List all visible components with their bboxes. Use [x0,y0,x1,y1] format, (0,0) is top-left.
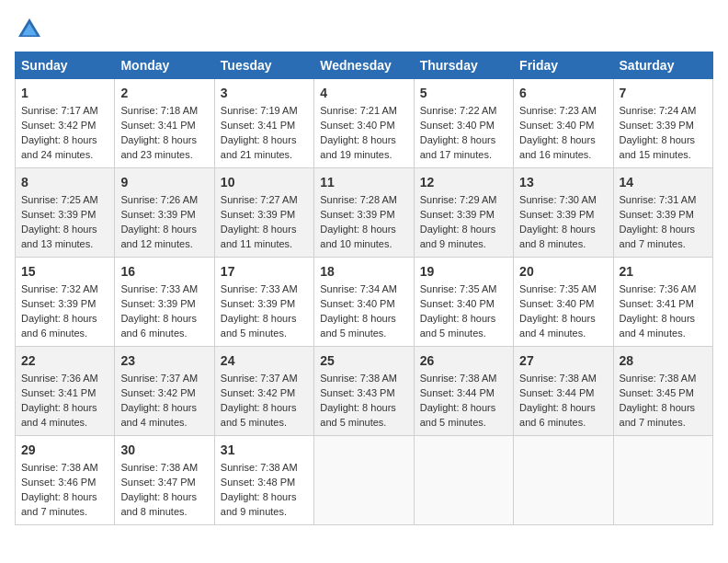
sunset: Sunset: 3:39 PM [221,209,295,220]
calendar-cell: 14Sunrise: 7:31 AMSunset: 3:39 PMDayligh… [613,168,712,258]
sunrise: Sunrise: 7:18 AM [120,105,198,116]
day-number: 28 [620,351,707,370]
daylight: Daylight: 8 hours and 5 minutes. [221,402,297,428]
logo [15,15,48,44]
sunrise: Sunrise: 7:26 AM [120,194,198,205]
daylight: Daylight: 8 hours and 4 minutes. [120,402,197,428]
daylight: Daylight: 8 hours and 5 minutes. [320,402,396,428]
calendar-cell: 15Sunrise: 7:32 AMSunset: 3:39 PMDayligh… [16,258,115,347]
calendar-cell: 13Sunrise: 7:30 AMSunset: 3:39 PMDayligh… [514,168,613,258]
calendar-cell: 24Sunrise: 7:37 AMSunset: 3:42 PMDayligh… [214,347,313,436]
calendar-cell: 29Sunrise: 7:38 AMSunset: 3:46 PMDayligh… [16,436,115,525]
page-header [15,15,713,44]
day-number: 31 [221,441,308,459]
daylight: Daylight: 8 hours and 6 minutes. [519,402,596,428]
calendar-cell: 4Sunrise: 7:21 AMSunset: 3:40 PMDaylight… [314,79,414,168]
daylight: Daylight: 8 hours and 19 minutes. [320,134,396,160]
calendar-cell: 9Sunrise: 7:26 AMSunset: 3:39 PMDaylight… [115,168,214,258]
calendar-cell: 26Sunrise: 7:38 AMSunset: 3:44 PMDayligh… [414,347,513,436]
daylight: Daylight: 8 hours and 4 minutes. [620,313,696,339]
week-row-5: 29Sunrise: 7:38 AMSunset: 3:46 PMDayligh… [16,436,713,525]
sunrise: Sunrise: 7:25 AM [21,194,98,205]
day-number: 30 [120,441,208,459]
sunrise: Sunrise: 7:38 AM [420,373,497,384]
sunrise: Sunrise: 7:35 AM [519,283,597,294]
sunset: Sunset: 3:39 PM [120,209,195,220]
sunrise: Sunrise: 7:38 AM [120,462,198,473]
calendar-cell: 21Sunrise: 7:36 AMSunset: 3:41 PMDayligh… [613,258,712,347]
sunset: Sunset: 3:39 PM [620,209,694,220]
header-row: SundayMondayTuesdayWednesdayThursdayFrid… [16,52,713,79]
sunset: Sunset: 3:40 PM [320,120,394,131]
sunset: Sunset: 3:47 PM [120,477,195,488]
sunrise: Sunrise: 7:38 AM [620,373,697,384]
sunrise: Sunrise: 7:36 AM [620,283,697,294]
sunset: Sunset: 3:46 PM [21,477,96,488]
sunset: Sunset: 3:40 PM [519,120,594,131]
daylight: Daylight: 8 hours and 6 minutes. [120,313,197,339]
sunset: Sunset: 3:40 PM [420,298,495,309]
day-number: 2 [120,84,208,102]
calendar-cell [514,436,613,525]
sunrise: Sunrise: 7:28 AM [320,194,397,205]
sunset: Sunset: 3:41 PM [221,120,295,131]
day-number: 21 [620,262,707,281]
sunrise: Sunrise: 7:30 AM [519,194,597,205]
daylight: Daylight: 8 hours and 9 minutes. [221,491,297,517]
sunset: Sunset: 3:39 PM [320,209,394,220]
day-number: 27 [519,351,607,370]
daylight: Daylight: 8 hours and 5 minutes. [420,402,496,428]
sunset: Sunset: 3:44 PM [420,387,495,398]
calendar-cell: 27Sunrise: 7:38 AMSunset: 3:44 PMDayligh… [514,347,613,436]
col-header-wednesday: Wednesday [314,52,414,79]
sunrise: Sunrise: 7:36 AM [21,373,98,384]
sunrise: Sunrise: 7:38 AM [519,373,597,384]
sunset: Sunset: 3:43 PM [320,387,394,398]
daylight: Daylight: 8 hours and 6 minutes. [21,313,97,339]
daylight: Daylight: 8 hours and 12 minutes. [120,224,197,249]
calendar-cell: 3Sunrise: 7:19 AMSunset: 3:41 PMDaylight… [214,79,313,168]
sunrise: Sunrise: 7:24 AM [620,105,697,116]
calendar-cell: 23Sunrise: 7:37 AMSunset: 3:42 PMDayligh… [115,347,214,436]
daylight: Daylight: 8 hours and 7 minutes. [21,491,97,517]
sunset: Sunset: 3:39 PM [221,298,295,309]
week-row-3: 15Sunrise: 7:32 AMSunset: 3:39 PMDayligh… [16,258,713,347]
day-number: 8 [21,173,108,191]
day-number: 24 [221,351,308,370]
sunset: Sunset: 3:39 PM [120,298,195,309]
calendar-cell [613,436,712,525]
sunrise: Sunrise: 7:19 AM [221,105,298,116]
daylight: Daylight: 8 hours and 15 minutes. [620,134,696,160]
sunrise: Sunrise: 7:17 AM [21,105,98,116]
daylight: Daylight: 8 hours and 10 minutes. [320,224,396,249]
sunrise: Sunrise: 7:22 AM [420,105,497,116]
daylight: Daylight: 8 hours and 5 minutes. [221,313,297,339]
daylight: Daylight: 8 hours and 8 minutes. [519,224,596,249]
col-header-saturday: Saturday [613,52,712,79]
calendar-cell: 11Sunrise: 7:28 AMSunset: 3:39 PMDayligh… [314,168,414,258]
day-number: 19 [420,262,507,281]
day-number: 29 [21,441,108,459]
day-number: 11 [320,173,407,191]
day-number: 25 [320,351,407,370]
sunset: Sunset: 3:40 PM [519,298,594,309]
logo-icon [15,15,44,44]
sunset: Sunset: 3:44 PM [519,387,594,398]
sunrise: Sunrise: 7:38 AM [320,373,397,384]
calendar-cell: 6Sunrise: 7:23 AMSunset: 3:40 PMDaylight… [514,79,613,168]
col-header-sunday: Sunday [16,52,115,79]
daylight: Daylight: 8 hours and 5 minutes. [420,313,496,339]
day-number: 12 [420,173,507,191]
daylight: Daylight: 8 hours and 4 minutes. [21,402,97,428]
calendar-cell: 5Sunrise: 7:22 AMSunset: 3:40 PMDaylight… [414,79,513,168]
calendar-cell: 10Sunrise: 7:27 AMSunset: 3:39 PMDayligh… [214,168,313,258]
sunrise: Sunrise: 7:33 AM [221,283,298,294]
calendar-cell: 31Sunrise: 7:38 AMSunset: 3:48 PMDayligh… [214,436,313,525]
calendar-table: SundayMondayTuesdayWednesdayThursdayFrid… [15,52,713,525]
calendar-cell: 17Sunrise: 7:33 AMSunset: 3:39 PMDayligh… [214,258,313,347]
sunset: Sunset: 3:41 PM [21,387,96,398]
day-number: 7 [620,84,707,102]
daylight: Daylight: 8 hours and 5 minutes. [320,313,396,339]
daylight: Daylight: 8 hours and 11 minutes. [221,224,297,249]
day-number: 9 [120,173,208,191]
